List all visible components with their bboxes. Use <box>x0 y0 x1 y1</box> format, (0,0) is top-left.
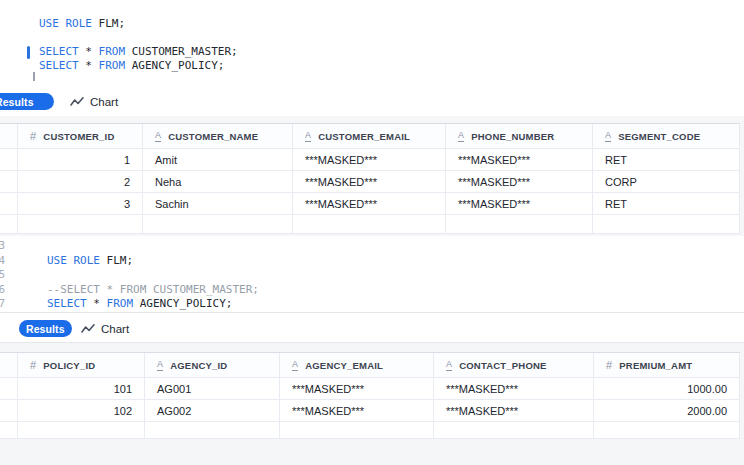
code-line[interactable]: 7SELECT * FROM AGENCY_POLICY; <box>0 297 744 312</box>
clipped-code-line[interactable]: GRANT SELECT ON ALL TABLES IN SCHEMA DEM… <box>44 11 448 16</box>
code-line[interactable]: 3 <box>0 239 744 254</box>
code-line[interactable]: 5 <box>0 268 744 283</box>
table-cell[interactable]: RET <box>593 149 740 171</box>
text-type-icon: A <box>305 131 311 142</box>
chart-tab[interactable]: Chart <box>81 320 129 337</box>
results-grid-customers: #CUSTOMER_IDACUSTOMER_NAMEACUSTOMER_EMAI… <box>0 123 740 234</box>
text-type-icon: A <box>157 360 163 371</box>
column-header[interactable]: #CUSTOMER_ID <box>18 124 143 149</box>
table-row: 3Sachin***MASKED******MASKED***RET <box>0 193 740 215</box>
table-row: 101AG001***MASKED******MASKED***1000.00 <box>0 378 740 400</box>
row-gutter <box>0 378 18 400</box>
results-tabbar-top: Results Chart <box>0 88 744 117</box>
code-token: FLM; <box>99 17 126 30</box>
number-type-icon: # <box>606 360 612 371</box>
table-cell[interactable]: ***MASKED*** <box>446 171 593 193</box>
table-cell[interactable]: 2000.00 <box>594 400 740 422</box>
results-tab[interactable]: Results <box>19 320 72 337</box>
column-label: AGENCY_EMAIL <box>305 360 383 371</box>
column-header[interactable]: AAGENCY_ID <box>145 353 280 378</box>
number-type-icon: # <box>30 131 36 142</box>
table-cell <box>18 215 143 234</box>
table-cell[interactable]: Amit <box>143 149 293 171</box>
chart-tab-label: Chart <box>90 96 118 108</box>
code-token: * <box>93 297 106 310</box>
chart-line-icon <box>70 96 84 108</box>
results-tab[interactable]: Results <box>0 93 54 110</box>
table-cell[interactable]: ***MASKED*** <box>280 378 434 400</box>
column-label: SEGMENT_CODE <box>618 131 700 142</box>
results-grid-policies: #POLICY_IDAAGENCY_IDAAGENCY_EMAILACONTAC… <box>0 352 740 439</box>
sql-worksheet: GRANT SELECT ON ALL TABLES IN SCHEMA DEM… <box>0 0 744 465</box>
table-cell[interactable]: ***MASKED*** <box>434 378 594 400</box>
code-line[interactable]: SELECT * FROM CUSTOMER_MASTER; <box>39 45 238 59</box>
column-label: PREMIUM_AMT <box>619 360 692 371</box>
code-token: SELECT <box>47 297 93 310</box>
code-token: AGENCY_POLICY; <box>132 59 225 72</box>
table-cell[interactable]: 2 <box>18 171 143 193</box>
column-header[interactable]: AAGENCY_EMAIL <box>280 353 434 378</box>
code-line[interactable]: 6--SELECT * FROM CUSTOMER_MASTER; <box>0 283 744 298</box>
table-cell[interactable]: AG001 <box>145 378 280 400</box>
column-header[interactable]: APHONE_NUMBER <box>446 124 593 149</box>
table-row: 1Amit***MASKED******MASKED***RET <box>0 149 740 171</box>
chart-line-icon <box>81 323 95 335</box>
table-cell[interactable]: 1000.00 <box>594 378 740 400</box>
header-gutter <box>0 124 18 149</box>
row-gutter <box>0 149 18 171</box>
table-cell[interactable]: 101 <box>18 378 145 400</box>
sql-editor-bottom[interactable]: 34USE ROLE FLM;56--SELECT * FROM CUSTOME… <box>0 236 744 312</box>
empty-row <box>0 422 740 439</box>
column-header[interactable]: ACONTACT_PHONE <box>434 353 594 378</box>
number-type-icon: # <box>30 360 36 371</box>
current-statement-indicator <box>27 46 30 59</box>
code-token: FROM <box>107 297 140 310</box>
column-label: PHONE_NUMBER <box>471 131 554 142</box>
line-number: 7 <box>0 297 5 312</box>
sql-editor-top[interactable]: GRANT SELECT ON ALL TABLES IN SCHEMA DEM… <box>0 0 744 89</box>
results-panel-top: #CUSTOMER_IDACUSTOMER_NAMEACUSTOMER_EMAI… <box>0 116 744 236</box>
table-cell[interactable]: 3 <box>18 193 143 215</box>
table-cell[interactable]: ***MASKED*** <box>446 149 593 171</box>
code-token: USE ROLE <box>39 17 99 30</box>
column-header[interactable]: ASEGMENT_CODE <box>593 124 740 149</box>
column-header[interactable]: ACUSTOMER_NAME <box>143 124 293 149</box>
table-cell[interactable]: 1 <box>18 149 143 171</box>
table-cell <box>593 215 740 234</box>
table-cell <box>594 422 740 439</box>
table-cell[interactable]: ***MASKED*** <box>434 400 594 422</box>
table-cell[interactable]: ***MASKED*** <box>293 149 446 171</box>
table-cell[interactable]: ***MASKED*** <box>446 193 593 215</box>
table-header-row: #POLICY_IDAAGENCY_IDAAGENCY_EMAILACONTAC… <box>0 353 740 378</box>
text-type-icon: A <box>446 360 452 371</box>
column-header[interactable]: #POLICY_ID <box>18 353 145 378</box>
table-cell[interactable]: ***MASKED*** <box>293 193 446 215</box>
column-header[interactable]: #PREMIUM_AMT <box>594 353 740 378</box>
code-line[interactable]: SELECT * FROM AGENCY_POLICY; <box>39 59 224 73</box>
line-number: 4 <box>0 254 5 269</box>
line-number: 3 <box>0 239 5 254</box>
table-cell[interactable]: 102 <box>18 400 145 422</box>
table-cell[interactable]: Sachin <box>143 193 293 215</box>
row-gutter <box>0 171 18 193</box>
line-number: 6 <box>0 283 5 298</box>
row-gutter <box>0 422 18 439</box>
table-cell <box>280 422 434 439</box>
code-token: --SELECT * FROM CUSTOMER_MASTER; <box>47 283 259 296</box>
table-cell[interactable]: ***MASKED*** <box>280 400 434 422</box>
column-header[interactable]: ACUSTOMER_EMAIL <box>293 124 446 149</box>
table-cell[interactable]: RET <box>593 193 740 215</box>
code-token: SELECT <box>39 45 85 58</box>
table-cell[interactable]: CORP <box>593 171 740 193</box>
table-cell[interactable]: ***MASKED*** <box>293 171 446 193</box>
code-line[interactable]: 4USE ROLE FLM; <box>0 254 744 269</box>
chart-tab[interactable]: Chart <box>70 93 118 110</box>
table-cell[interactable]: Neha <box>143 171 293 193</box>
table-cell[interactable]: AG002 <box>145 400 280 422</box>
text-type-icon: A <box>605 131 611 142</box>
code-line[interactable]: USE ROLE FLM; <box>39 17 125 31</box>
row-gutter <box>0 400 18 422</box>
column-label: CONTACT_PHONE <box>459 360 546 371</box>
code-token: AGENCY_POLICY; <box>140 297 233 310</box>
code-token: FROM <box>99 59 132 72</box>
